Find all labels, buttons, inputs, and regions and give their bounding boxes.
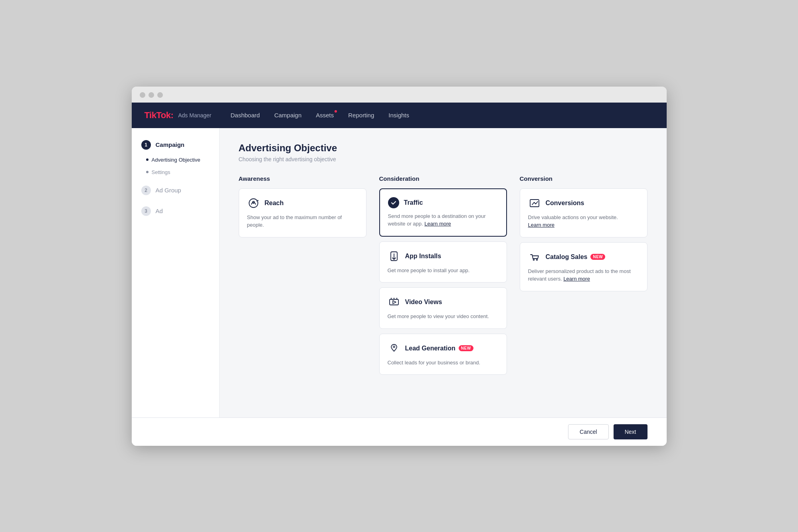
lead-gen-header: Lead Generation NEW [388,342,499,355]
traffic-learn-more[interactable]: Learn more [424,221,451,227]
logo-colon: : [170,110,173,120]
top-nav: TikTok: Ads Manager Dashboard Campaign A… [132,103,667,128]
catalog-sales-title-row: Catalog Sales NEW [546,253,606,261]
reach-desc: Show your ad to the maximum number of pe… [247,214,358,229]
cancel-button[interactable]: Cancel [568,424,609,439]
main-layout: 1 Campaign Advertising Objective Setting… [132,128,667,417]
catalog-sales-card[interactable]: Catalog Sales NEW Deliver personalized p… [520,242,648,291]
step-ad[interactable]: 3 Ad [132,202,219,220]
sub-item-advertising-objective[interactable]: Advertising Objective [132,154,219,166]
reach-card-header: Reach [247,197,358,210]
reach-title: Reach [265,200,284,207]
svg-point-10 [536,259,537,260]
reach-card[interactable]: Reach Show your ad to the maximum number… [239,188,366,237]
catalog-sales-header: Catalog Sales NEW [528,251,639,263]
nav-item-campaign[interactable]: Campaign [274,110,301,120]
lead-gen-desc: Collect leads for your business or brand… [388,359,499,367]
traffic-check-icon [388,197,399,208]
step-num-1: 1 [141,140,151,150]
app-installs-title: App Installs [405,253,442,260]
svg-point-9 [533,259,534,260]
catalog-sales-desc: Deliver personalized product ads to the … [528,267,639,283]
app-installs-icon [388,250,400,263]
app-installs-desc: Get more people to install your app. [388,267,499,275]
consideration-column: Consideration Traffic [379,175,507,380]
conversions-icon [528,197,541,210]
conversion-header: Conversion [520,175,648,182]
conversion-column: Conversion Conversions [520,175,648,380]
browser-window: TikTok: Ads Manager Dashboard Campaign A… [132,87,667,446]
logo: TikTok: Ads Manager [145,110,212,121]
video-views-header: Video Views [388,296,499,309]
sidebar-step-campaign: 1 Campaign Advertising Objective Setting… [132,136,219,178]
app-container: TikTok: Ads Manager Dashboard Campaign A… [132,103,667,446]
next-button[interactable]: Next [614,424,648,439]
browser-dot-2 [149,92,154,98]
step-num-3: 3 [141,206,151,216]
page-subtitle: Choosing the right advertising objective [239,156,648,162]
objectives-grid: Awareness [239,175,648,380]
nav-item-reporting[interactable]: Reporting [348,110,374,120]
step-label-ad-group: Ad Group [156,187,181,194]
lead-gen-icon [388,342,400,355]
conversions-learn-more[interactable]: Learn more [528,222,554,228]
svg-point-7 [393,346,395,348]
nav-item-dashboard[interactable]: Dashboard [230,110,259,120]
nav-item-insights[interactable]: Insights [388,110,409,120]
traffic-desc: Send more people to a destination on you… [388,212,498,228]
bottom-bar: Cancel Next [132,417,667,446]
browser-dot-3 [157,92,163,98]
page-title: Advertising Objective [239,142,648,154]
catalog-sales-new-badge: NEW [590,254,605,260]
reach-icon [247,197,260,210]
conversions-title: Conversions [546,200,584,207]
conversions-card[interactable]: Conversions Drive valuable actions on yo… [520,188,648,237]
app-installs-card[interactable]: App Installs Get more people to install … [379,241,507,283]
sub-dot-settings [146,171,149,173]
app-installs-header: App Installs [388,250,499,263]
traffic-card-header: Traffic [388,197,498,208]
awareness-column: Awareness [239,175,366,380]
step-label-ad: Ad [156,208,163,214]
content-area: Advertising Objective Choosing the right… [220,128,667,417]
video-views-title: Video Views [405,299,442,306]
catalog-sales-icon [528,251,541,263]
reach-title-row: Reach [265,200,284,207]
logo-tiktok: TikTok: [145,110,174,121]
sidebar-step-ad: 3 Ad [132,202,219,220]
sidebar-step-ad-group: 2 Ad Group [132,182,219,199]
browser-chrome [132,87,667,103]
lead-gen-new-badge: NEW [459,345,473,351]
sub-item-settings[interactable]: Settings [132,166,219,178]
consideration-header: Consideration [379,175,507,182]
svg-rect-3 [390,299,398,305]
step-ad-group[interactable]: 2 Ad Group [132,182,219,199]
step-label-campaign: Campaign [156,141,185,148]
sidebar: 1 Campaign Advertising Objective Setting… [132,128,220,417]
lead-gen-title: Lead Generation [405,345,455,352]
video-views-icon [388,296,400,309]
assets-badge-dot [335,110,337,113]
catalog-sales-title: Catalog Sales [546,253,588,261]
video-views-card[interactable]: Video Views Get more people to view your… [379,287,507,329]
nav-items: Dashboard Campaign Assets Reporting Insi… [230,110,409,120]
conversions-desc: Drive valuable actions on your website. … [528,214,639,229]
catalog-sales-learn-more[interactable]: Learn more [563,276,590,282]
logo-ads-manager: Ads Manager [178,112,211,119]
nav-item-assets[interactable]: Assets [316,110,334,120]
step-campaign[interactable]: 1 Campaign [132,136,219,154]
browser-dot-1 [140,92,145,98]
lead-gen-title-row: Lead Generation NEW [405,345,473,352]
step-num-2: 2 [141,186,151,195]
sub-label-settings: Settings [152,169,170,175]
conversions-header: Conversions [528,197,639,210]
traffic-title: Traffic [404,199,423,206]
traffic-card[interactable]: Traffic Send more people to a destinatio… [379,188,507,237]
lead-generation-card[interactable]: Lead Generation NEW Collect leads for yo… [379,334,507,375]
awareness-header: Awareness [239,175,366,182]
sub-dot-advertising-objective [146,158,149,161]
video-views-desc: Get more people to view your video conte… [388,312,499,320]
logo-tiktok-text: TikTok [145,110,171,120]
sub-label-advertising-objective: Advertising Objective [152,157,200,163]
